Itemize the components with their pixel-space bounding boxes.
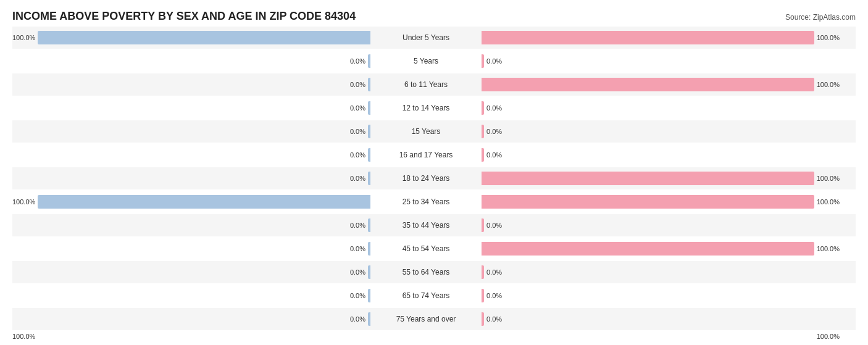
age-group-label: 15 Years	[370, 127, 482, 136]
chart-row: 0.0%35 to 44 Years0.0%	[12, 214, 856, 236]
male-value-label: 0.0%	[350, 268, 365, 276]
male-value-label: 0.0%	[350, 57, 365, 65]
age-group-label: 65 to 74 Years	[370, 291, 482, 300]
chart-row: 0.0%16 and 17 Years0.0%	[12, 144, 856, 166]
male-bar-container: 0.0%	[12, 97, 370, 119]
male-value-label: 0.0%	[350, 104, 365, 112]
female-bar	[482, 195, 814, 209]
female-bar-container: 100.0%	[482, 27, 840, 49]
female-bar	[482, 54, 484, 68]
chart-row: 0.0%75 Years and over0.0%	[12, 308, 856, 330]
male-value-label: 0.0%	[350, 222, 365, 229]
age-group-label: 12 to 14 Years	[370, 104, 482, 112]
male-bar	[38, 31, 370, 44]
female-value-label: 0.0%	[486, 104, 502, 112]
female-bar-container: 0.0%	[482, 144, 840, 166]
female-value-label: 0.0%	[486, 268, 502, 276]
male-bar-container: 100.0%	[12, 27, 370, 49]
female-bar	[482, 265, 484, 279]
chart-row: 100.0%Under 5 Years100.0%	[12, 27, 856, 49]
female-bar-container: 0.0%	[482, 50, 840, 72]
female-bar-container: 0.0%	[482, 120, 840, 143]
male-bar-container: 0.0%	[12, 261, 370, 283]
male-bar-container: 0.0%	[12, 214, 370, 236]
female-bar	[482, 78, 814, 91]
male-bar-container: 0.0%	[12, 285, 370, 307]
chart-row: 0.0%45 to 54 Years100.0%	[12, 238, 856, 260]
chart-row: 0.0%18 to 24 Years100.0%	[12, 167, 856, 189]
female-bar	[482, 312, 484, 326]
male-value-label: 0.0%	[350, 315, 365, 323]
male-value-label: 0.0%	[350, 128, 365, 135]
female-bar	[482, 101, 484, 115]
age-group-label: 45 to 54 Years	[370, 244, 482, 253]
age-group-label: 35 to 44 Years	[370, 221, 482, 230]
male-bar-container: 0.0%	[12, 167, 370, 189]
age-group-label: 16 and 17 Years	[370, 151, 482, 159]
female-bar	[482, 31, 814, 44]
chart-row: 100.0%25 to 34 Years100.0%	[12, 191, 856, 213]
male-value-label: 0.0%	[350, 292, 365, 299]
female-value-label: 100.0%	[817, 34, 840, 41]
age-group-label: 6 to 11 Years	[370, 80, 482, 89]
female-value-label: 0.0%	[486, 292, 502, 299]
female-value-label: 100.0%	[817, 81, 840, 88]
male-bar	[38, 195, 370, 209]
female-bar	[482, 242, 814, 256]
chart-row: 0.0%5 Years0.0%	[12, 50, 856, 72]
chart-area: 100.0%Under 5 Years100.0%0.0%5 Years0.0%…	[12, 27, 856, 330]
female-value-label: 0.0%	[486, 151, 502, 159]
age-group-label: 18 to 24 Years	[370, 174, 482, 183]
chart-row: 0.0%65 to 74 Years0.0%	[12, 285, 856, 307]
male-value-label: 100.0%	[12, 198, 35, 206]
female-value-label: 100.0%	[817, 245, 840, 252]
chart-row: 0.0%12 to 14 Years0.0%	[12, 97, 856, 119]
female-bar-container: 100.0%	[482, 191, 840, 213]
bottom-axis-labels: 100.0% 100.0%	[12, 333, 856, 340]
female-bar-container: 0.0%	[482, 285, 840, 307]
male-bar-container: 100.0%	[12, 191, 370, 213]
chart-row: 0.0%6 to 11 Years100.0%	[12, 73, 856, 96]
male-bar-container: 0.0%	[12, 144, 370, 166]
female-bar	[482, 125, 484, 138]
female-bar	[482, 148, 484, 162]
male-value-label: 0.0%	[350, 81, 365, 88]
female-bar	[482, 218, 484, 232]
chart-row: 0.0%55 to 64 Years0.0%	[12, 261, 856, 283]
female-value-label: 100.0%	[817, 175, 840, 182]
female-bar-container: 0.0%	[482, 261, 840, 283]
female-value-label: 0.0%	[486, 57, 502, 65]
female-bar	[482, 289, 484, 302]
male-bar-container: 0.0%	[12, 120, 370, 143]
chart-row: 0.0%15 Years0.0%	[12, 120, 856, 143]
female-bar-container: 0.0%	[482, 308, 840, 330]
male-bar-container: 0.0%	[12, 238, 370, 260]
male-value-label: 0.0%	[350, 175, 365, 182]
female-bar-container: 100.0%	[482, 167, 840, 189]
male-value-label: 100.0%	[12, 34, 35, 41]
bottom-right-label: 100.0%	[482, 333, 840, 340]
bottom-left-label: 100.0%	[12, 333, 370, 340]
female-value-label: 0.0%	[486, 222, 502, 229]
female-bar-container: 0.0%	[482, 97, 840, 119]
female-value-label: 100.0%	[817, 198, 840, 206]
age-group-label: 75 Years and over	[370, 315, 482, 323]
age-group-label: 55 to 64 Years	[370, 268, 482, 276]
age-group-label: Under 5 Years	[370, 33, 482, 42]
female-value-label: 0.0%	[486, 315, 502, 323]
male-bar-container: 0.0%	[12, 73, 370, 96]
male-value-label: 0.0%	[350, 151, 365, 159]
female-bar-container: 100.0%	[482, 238, 840, 260]
male-bar-container: 0.0%	[12, 308, 370, 330]
female-bar	[482, 172, 814, 185]
age-group-label: 5 Years	[370, 57, 482, 65]
male-value-label: 0.0%	[350, 245, 365, 252]
age-group-label: 25 to 34 Years	[370, 197, 482, 206]
female-value-label: 0.0%	[486, 128, 502, 135]
male-bar-container: 0.0%	[12, 50, 370, 72]
female-bar-container: 0.0%	[482, 214, 840, 236]
female-bar-container: 100.0%	[482, 73, 840, 96]
